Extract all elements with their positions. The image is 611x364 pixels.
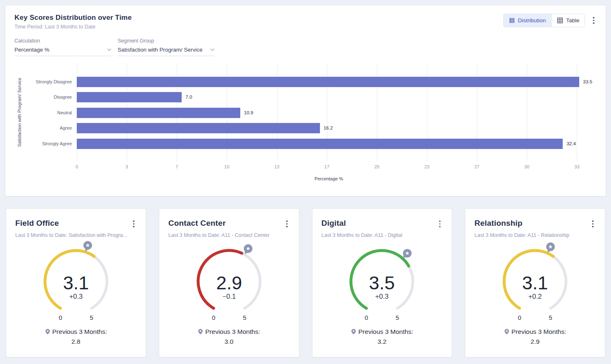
kebab-menu-button[interactable] [590,219,596,229]
bar-value-label: 7.0 [185,92,192,102]
view-toggle: Distribution Table [503,14,585,27]
x-tick-label: 13 [274,164,279,169]
chevron-down-icon [210,48,215,51]
category-label: Neutral [57,108,72,118]
bar-value-label: 16.2 [324,123,333,133]
table-icon [557,17,563,24]
kebab-menu-button[interactable] [591,15,597,26]
bar-value-label: 10.9 [244,108,253,118]
bar[interactable] [77,108,240,118]
category-label: Strongly Disagree [36,77,72,87]
kebab-menu-button[interactable] [284,219,290,229]
gauge-max-label: 5 [243,314,246,321]
gauge-max-label: 5 [396,314,399,321]
gauge-card-title: Field Office [15,219,59,228]
previous-period-value: 3.0 [168,338,290,345]
previous-period: Previous 3 Months: 2.8 [15,328,137,345]
gauge-value: 3.1 [522,272,548,293]
calculation-select[interactable]: Percentage % [14,47,111,56]
previous-period-label: Previous 3 Months: [358,328,413,336]
gauge-card-relationship: Relationship Last 3 Months to Date: A11 … [465,208,605,357]
bar-value-label: 32.4 [566,139,575,149]
table-view-button[interactable]: Table [551,14,585,27]
distribution-bar-chart: Satisfaction with Program/ Service Stron… [14,63,597,181]
segment-group-filter-label: Segment Group [118,38,215,44]
segment-group-selected-value: Satisfaction with Program/ Service [118,47,203,53]
kebab-icon [286,220,288,222]
gauge-chart: 3.5 +0.3 0 5 [336,241,427,324]
kebab-icon [593,17,594,19]
calculation-selected-value: Percentage % [14,47,50,53]
gauge-delta: +0.3 [69,293,83,300]
x-tick-label: 30 [524,164,529,169]
location-pin-icon [198,329,203,335]
kebab-icon [133,220,135,222]
gauge-min-label: 0 [212,314,215,321]
bar[interactable] [77,123,320,133]
previous-period: Previous 3 Months: 3.2 [322,328,443,345]
gauge: 3.5 +0.3 0 5 [322,241,443,324]
gauge-chart: 2.9 −0.1 0 5 [184,241,275,324]
previous-period-value: 2.9 [474,338,596,345]
kebab-icon [439,220,441,222]
previous-period-label: Previous 3 Months: [52,328,107,336]
gauge-value: 2.9 [216,272,242,293]
gauge-delta: +0.2 [528,293,542,300]
gauge-card-subtitle: Last 3 Months to Date: A11 - Contact Cen… [168,232,290,238]
gauge: 3.1 +0.2 0 5 [474,241,596,324]
gauge-chart: 3.1 +0.3 0 5 [31,241,121,324]
x-axis-title: Percentage % [77,176,581,181]
gauge-card-subtitle: Last 3 Months to Date: Satisfaction with… [15,232,137,238]
gauge: 2.9 −0.1 0 5 [168,241,290,324]
page-title: Key Scores Distribution over Time [14,14,132,22]
previous-period-label: Previous 3 Months: [512,328,566,336]
gauge-card-header: Field Office [15,219,137,229]
gauge-max-label: 5 [90,314,93,321]
gauge-value: 3.1 [63,272,89,293]
previous-period-value: 2.8 [15,338,137,345]
gauge-card-digital: Digital Last 3 Months to Date: A11 - Dig… [312,208,452,357]
bar[interactable] [77,92,182,102]
gauge-card-header: Contact Center [168,219,290,229]
gauge-card-title: Digital [322,219,346,228]
x-tick-label: 23 [424,164,429,169]
segment-group-select[interactable]: Satisfaction with Program/ Service [118,47,215,56]
bar[interactable] [77,77,579,87]
plot-area: Strongly Disagree33.5Disagree7.0Neutral1… [77,63,581,161]
gauge-delta: +0.3 [375,293,389,300]
y-axis-title: Satisfaction with Program/ Service [17,78,22,147]
kebab-menu-button[interactable] [437,219,443,229]
bar[interactable] [77,139,563,149]
previous-period-value: 3.2 [322,338,443,345]
kebab-menu-button[interactable] [131,219,137,229]
x-tick-label: 7 [175,164,178,169]
category-label: Disagree [54,92,72,102]
location-pin-icon [351,329,356,335]
calculation-filter: Calculation Percentage % [14,38,111,56]
x-tick-label: 33 [574,164,579,169]
gauge-card-header: Relationship [474,219,596,229]
gauge-card-contact-center: Contact Center Last 3 Months to Date: A1… [159,208,299,357]
x-tick-label: 3 [126,164,128,169]
gauge-min-label: 0 [365,314,368,321]
x-tick-label: 27 [474,164,479,169]
gauge-value: 3.5 [369,272,395,293]
gauge-min-label: 0 [59,314,62,321]
gauge-card-title: Contact Center [168,219,226,228]
category-label: Agree [60,123,72,133]
previous-period: Previous 3 Months: 3.0 [168,328,290,345]
distribution-view-button[interactable]: Distribution [504,14,552,27]
calculation-filter-label: Calculation [14,38,111,44]
kebab-icon [592,220,594,222]
previous-period-label: Previous 3 Months: [205,328,260,336]
header-actions: Distribution Table [503,14,597,27]
location-pin-icon [45,329,50,335]
table-view-label: Table [566,17,579,24]
card-header-text: Key Scores Distribution over Time Time P… [14,14,132,30]
x-tick-label: 10 [224,164,229,169]
category-label: Strongly Agree [42,139,72,149]
location-pin-icon [504,329,509,335]
x-tick-label: 20 [374,164,379,169]
gauge-card-field-office: Field Office Last 3 Months to Date: Sati… [6,208,146,357]
segment-group-filter: Segment Group Satisfaction with Program/… [118,38,215,56]
